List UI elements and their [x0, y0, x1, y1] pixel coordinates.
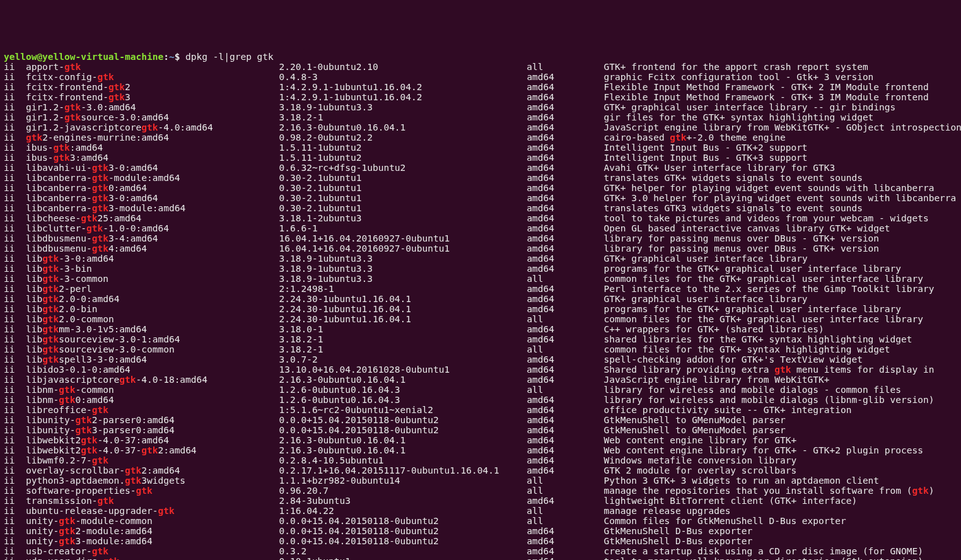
pkg-description: lightweight BitTorrent client (GTK+ inte…	[604, 496, 858, 506]
pkg-arch: amd64	[527, 82, 603, 92]
pkg-version: 1:16.04.22	[279, 506, 527, 516]
pkg-version: 3.18.2-1	[279, 334, 527, 344]
pkg-version: 0.6.32~rc+dfsg-1ubuntu2	[279, 163, 527, 173]
package-row: ii gtk2-engines-murrine:amd64 0.98.2-0ub…	[4, 132, 957, 143]
pkg-arch: amd64	[527, 526, 603, 536]
pkg-arch: amd64	[527, 102, 603, 112]
pkg-arch: amd64	[527, 132, 603, 143]
pkg-version: 3.18.9-1ubuntu3.3	[279, 274, 527, 284]
package-row: ii software-properties-gtk 0.96.20.7 all…	[4, 486, 957, 496]
pkg-name: libgtk2-perl	[26, 284, 279, 294]
pkg-description: GTK+ graphical user interface library	[604, 254, 808, 264]
pkg-arch: amd64	[527, 213, 603, 223]
pkg-name: fcitx-frontend-gtk2	[26, 82, 279, 92]
pkg-name: libnm-gtk-common	[26, 385, 279, 395]
pkg-version: 2.16.3-0ubuntu0.16.04.1	[279, 375, 527, 385]
pkg-status: ii	[4, 92, 26, 102]
pkg-name: ibus-gtk3:amd64	[26, 153, 279, 163]
pkg-version: 0.3.2	[279, 546, 527, 556]
pkg-status: ii	[4, 213, 26, 223]
pkg-status: ii	[4, 405, 26, 415]
pkg-arch: amd64	[527, 435, 603, 445]
pkg-version: 1:4.2.9.1-1ubuntu1.16.04.2	[279, 82, 527, 92]
pkg-arch: amd64	[527, 425, 603, 435]
pkg-description: GTK+ graphical user interface library --…	[604, 102, 896, 112]
terminal[interactable]: yellow@yellow-virtual-machine:~$ dpkg -l…	[0, 50, 961, 560]
pkg-description: library for passing menus over DBus - GT…	[604, 233, 880, 243]
package-row: ii libjavascriptcoregtk-4.0-18:amd64 2.1…	[4, 375, 957, 385]
pkg-version: 0.2.17.1+16.04.20151117-0ubuntu1.16.04.1	[279, 465, 527, 475]
pkg-description: manage the repositories that you install…	[604, 486, 935, 496]
package-row: ii libgtk2.0-0:amd64 2.24.30-1ubuntu1.16…	[4, 294, 957, 304]
pkg-version: 2.20.1-0ubuntu2.10	[279, 62, 527, 72]
pkg-version: 16.04.1+16.04.20160927-0ubuntu1	[279, 233, 527, 243]
package-row: ii libwebkit2gtk-4.0-37-gtk2:amd64 2.16.…	[4, 445, 957, 455]
pkg-arch: amd64	[527, 546, 603, 556]
pkg-version: 16.04.1+16.04.20160927-0ubuntu1	[279, 243, 527, 254]
pkg-arch: amd64	[527, 183, 603, 193]
pkg-version: 2:1.2498-1	[279, 284, 527, 294]
pkg-arch: amd64	[527, 375, 603, 385]
pkg-version: 2.24.30-1ubuntu1.16.04.1	[279, 314, 527, 324]
pkg-arch: all	[527, 385, 603, 395]
pkg-name: libgtk2.0-common	[26, 314, 279, 324]
pkg-version: 3.18.2-1	[279, 112, 527, 122]
pkg-status: ii	[4, 254, 26, 264]
package-row: ii gir1.2-gtk-3.0:amd64 3.18.9-1ubuntu3.…	[4, 102, 957, 112]
package-row: ii fcitx-frontend-gtk3 1:4.2.9.1-1ubuntu…	[4, 92, 957, 102]
pkg-description: common files for the GTK+ syntax highlig…	[604, 344, 890, 354]
pkg-status: ii	[4, 112, 26, 122]
pkg-name: apport-gtk	[26, 62, 279, 72]
pkg-version: 1:4.2.9.1-1ubuntu1.16.04.2	[279, 92, 527, 102]
pkg-name: libavahi-ui-gtk3-0:amd64	[26, 163, 279, 173]
pkg-description: GTK+ 3.0 helper for playing widget event…	[604, 193, 957, 203]
command-line: yellow@yellow-virtual-machine:~$ dpkg -l…	[4, 52, 957, 62]
pkg-status: ii	[4, 193, 26, 203]
pkg-arch: amd64	[527, 536, 603, 546]
pkg-description: manage release upgrades	[604, 506, 731, 516]
pkg-description: Intelligent Input Bus - GTK+3 support	[604, 153, 808, 163]
package-row: ii libwmf0.2-7-gtk 0.2.8.4-10.5ubuntu1 a…	[4, 455, 957, 465]
pkg-arch: all	[527, 274, 603, 284]
prompt-path: ~	[169, 52, 175, 62]
pkg-name: ubuntu-release-upgrader-gtk	[26, 506, 279, 516]
pkg-description: tool to manage well known user directori…	[604, 556, 923, 560]
pkg-description: cairo-based gtk+-2.0 theme engine	[604, 132, 786, 143]
pkg-arch: amd64	[527, 193, 603, 203]
package-row: ii ubuntu-release-upgrader-gtk 1:16.04.2…	[4, 506, 957, 516]
package-row: ii libcanberra-gtk3-module:amd64 0.30-2.…	[4, 203, 957, 213]
pkg-name: libgtk-3-common	[26, 274, 279, 284]
pkg-status: ii	[4, 526, 26, 536]
pkg-status: ii	[4, 223, 26, 233]
package-row: ii libgtkspell3-3-0:amd64 3.0.7-2 amd64 …	[4, 354, 957, 365]
pkg-description: graphic Fcitx configuration tool - Gtk+ …	[604, 72, 874, 82]
pkg-version: 0.0.0+15.04.20150118-0ubuntu2	[279, 536, 527, 546]
pkg-description: Perl interface to the 2.x series of the …	[604, 284, 935, 294]
pkg-version: 3.18.9-1ubuntu3.3	[279, 254, 527, 264]
pkg-version: 0.98.2-0ubuntu2.2	[279, 132, 527, 143]
pkg-arch: amd64	[527, 334, 603, 344]
package-row: ii ibus-gtk:amd64 1.5.11-1ubuntu2 amd64 …	[4, 143, 957, 153]
pkg-status: ii	[4, 243, 26, 254]
pkg-description: Flexible Input Method Framework - GTK+ 3…	[604, 92, 929, 102]
pkg-version: 2.16.3-0ubuntu0.16.04.1	[279, 445, 527, 455]
pkg-arch: amd64	[527, 112, 603, 122]
pkg-description: Common files for GtkMenuShell D-Bus expo…	[604, 516, 846, 526]
package-row: ii unity-gtk-module-common 0.0.0+15.04.2…	[4, 516, 957, 526]
pkg-status: ii	[4, 395, 26, 405]
pkg-version: 2.24.30-1ubuntu1.16.04.1	[279, 304, 527, 314]
pkg-version: 2.16.3-0ubuntu0.16.04.1	[279, 122, 527, 132]
pkg-description: translates GTK+ widgets signals to event…	[604, 173, 863, 183]
pkg-status: ii	[4, 82, 26, 92]
pkg-name: libcanberra-gtk0:amd64	[26, 183, 279, 193]
pkg-version: 0.30-2.1ubuntu1	[279, 183, 527, 193]
pkg-status: ii	[4, 163, 26, 173]
pkg-name: libcheese-gtk25:amd64	[26, 213, 279, 223]
pkg-name: libdbusmenu-gtk3-4:amd64	[26, 233, 279, 243]
package-row: ii libdbusmenu-gtk3-4:amd64 16.04.1+16.0…	[4, 233, 957, 243]
pkg-name: libwebkit2gtk-4.0-37:amd64	[26, 435, 279, 445]
pkg-version: 0.0.0+15.04.20150118-0ubuntu2	[279, 526, 527, 536]
pkg-name: libgtk-3-0:amd64	[26, 254, 279, 264]
pkg-status: ii	[4, 385, 26, 395]
pkg-status: ii	[4, 445, 26, 455]
